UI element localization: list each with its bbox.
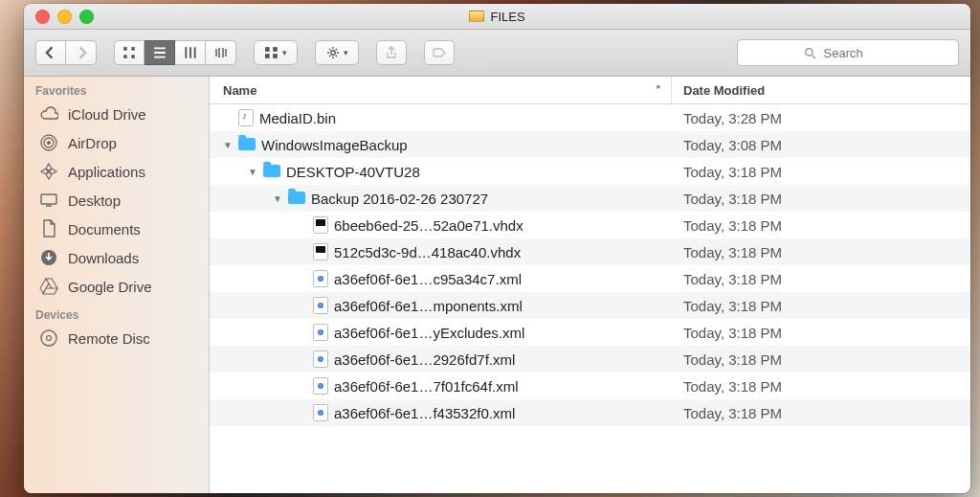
sidebar-item-remote-disc[interactable]: Remote Disc (24, 324, 209, 352)
file-date: Today, 3:18 PM (672, 164, 970, 180)
svg-rect-4 (265, 47, 270, 52)
file-row[interactable]: ▼WindowsImageBackupToday, 3:08 PM (210, 131, 970, 158)
svg-rect-2 (123, 55, 127, 58)
xml-file-icon (313, 404, 328, 421)
tag-icon (433, 46, 446, 59)
sidebar-item-label: AirDrop (68, 135, 117, 151)
documents-icon (39, 219, 58, 238)
file-row[interactable]: a36ef06f-6e1…yExcludes.xmlToday, 3:18 PM (210, 319, 970, 346)
share-button[interactable] (376, 40, 407, 65)
file-row[interactable]: a36ef06f-6e1…7f01fc64f.xmlToday, 3:18 PM (210, 373, 970, 399)
file-name: 512c5d3c-9d…418ac40.vhdx (334, 244, 521, 260)
search-input[interactable] (822, 45, 893, 61)
share-group (376, 40, 407, 65)
search-field[interactable] (737, 39, 959, 66)
sidebar-item-documents[interactable]: Documents (24, 215, 209, 243)
chevron-right-icon (75, 46, 88, 59)
close-button[interactable] (35, 10, 50, 24)
list-view-button[interactable] (145, 40, 175, 65)
svg-rect-3 (131, 55, 135, 58)
file-name: MediaID.bin (259, 110, 336, 126)
gear-icon (326, 46, 340, 59)
disc-icon (39, 328, 58, 348)
sidebar-item-icloud-drive[interactable]: iCloud Drive (24, 100, 209, 128)
file-date: Today, 3:18 PM (672, 325, 970, 341)
file-name: a36ef06f-6e1…mponents.xml (334, 298, 523, 314)
file-name: 6beeb6ed-25…52a0e71.vhdx (334, 217, 523, 234)
file-date: Today, 3:18 PM (672, 191, 970, 207)
coverflow-view-button[interactable] (206, 40, 236, 65)
titlebar[interactable]: FILES (24, 4, 970, 30)
cloud-icon (39, 104, 58, 124)
zoom-button[interactable] (79, 10, 94, 24)
icon-view-button[interactable] (114, 40, 145, 65)
chevron-left-icon (44, 46, 57, 59)
desktop-icon (39, 191, 58, 210)
folder-icon (288, 192, 305, 204)
chevron-down-icon: ▾ (344, 48, 348, 57)
file-name: a36ef06f-6e1…c95a34c7.xml (334, 271, 522, 287)
svg-point-8 (330, 51, 334, 55)
sidebar-item-google-drive[interactable]: Google Drive (24, 272, 209, 301)
sidebar-item-desktop[interactable]: Desktop (24, 186, 209, 215)
forward-button[interactable] (66, 40, 97, 65)
sidebar-item-applications[interactable]: Applications (24, 157, 209, 186)
column-view-button[interactable] (175, 40, 206, 65)
downloads-icon (39, 248, 58, 267)
column-header: Name ˄ Date Modified (210, 77, 970, 104)
grid-icon (122, 46, 136, 59)
file-row[interactable]: 512c5d3c-9d…418ac40.vhdxToday, 3:18 PM (210, 238, 970, 265)
share-icon (385, 46, 398, 59)
sidebar-item-label: Documents (68, 221, 141, 237)
folder-icon (263, 165, 280, 177)
disclosure-triangle-icon[interactable]: ▼ (223, 140, 233, 150)
sidebar-item-label: Desktop (68, 192, 121, 209)
svg-rect-5 (273, 47, 278, 52)
file-date: Today, 3:18 PM (672, 351, 970, 368)
xml-file-icon (313, 350, 328, 368)
sidebar-item-airdrop[interactable]: AirDrop (24, 128, 209, 157)
gdrive-icon (39, 277, 58, 296)
svg-rect-13 (41, 194, 56, 204)
file-date: Today, 3:18 PM (672, 217, 970, 234)
column-name[interactable]: Name ˄ (210, 83, 671, 98)
arrange-button[interactable]: ▾ (254, 40, 298, 65)
svg-rect-7 (273, 54, 278, 58)
svg-rect-1 (131, 47, 135, 51)
file-row[interactable]: MediaID.binToday, 3:28 PM (210, 104, 970, 131)
tags-button[interactable] (424, 40, 455, 65)
file-row[interactable]: ▼Backup 2016-02-26 230727Today, 3:18 PM (210, 185, 970, 212)
file-date: Today, 3:18 PM (672, 298, 970, 314)
xml-file-icon (313, 270, 328, 287)
file-row[interactable]: a36ef06f-6e1…c95a34c7.xmlToday, 3:18 PM (210, 265, 970, 292)
chevron-down-icon: ▾ (282, 48, 287, 57)
tags-group (424, 40, 455, 65)
file-row[interactable]: ▼DESKTOP-40VTU28Today, 3:18 PM (210, 158, 970, 185)
file-row[interactable]: a36ef06f-6e1…mponents.xmlToday, 3:18 PM (210, 292, 970, 319)
disclosure-triangle-icon[interactable]: ▼ (273, 193, 282, 204)
sidebar-item-label: Downloads (68, 250, 139, 266)
sidebar-item-label: Applications (68, 164, 145, 180)
file-row[interactable]: 6beeb6ed-25…52a0e71.vhdxToday, 3:18 PM (210, 212, 970, 238)
sidebar-item-downloads[interactable]: Downloads (24, 243, 209, 272)
disclosure-triangle-icon[interactable]: ▼ (248, 167, 257, 177)
back-button[interactable] (35, 40, 66, 65)
sidebar-item-label: Remote Disc (68, 330, 150, 347)
columns-icon (184, 46, 197, 59)
sidebar: FavoritesiCloud DriveAirDropApplications… (24, 77, 210, 493)
file-date: Today, 3:18 PM (672, 271, 970, 287)
svg-point-9 (805, 48, 812, 55)
xml-file-icon (313, 377, 328, 395)
action-button[interactable]: ▾ (315, 40, 359, 65)
sidebar-section-header: Favorites (24, 77, 209, 100)
bin-file-icon (238, 109, 254, 126)
finder-window: FILES (24, 4, 970, 493)
column-date[interactable]: Date Modified (671, 77, 970, 103)
file-name: a36ef06f-6e1…7f01fc64f.xml (334, 378, 519, 395)
file-row[interactable]: a36ef06f-6e1…2926fd7f.xmlToday, 3:18 PM (210, 346, 970, 373)
file-row[interactable]: a36ef06f-6e1…f43532f0.xmlToday, 3:18 PM (210, 399, 970, 426)
coverflow-icon (214, 46, 228, 59)
file-date: Today, 3:08 PM (672, 137, 970, 153)
xml-file-icon (313, 324, 328, 341)
minimize-button[interactable] (57, 10, 72, 24)
